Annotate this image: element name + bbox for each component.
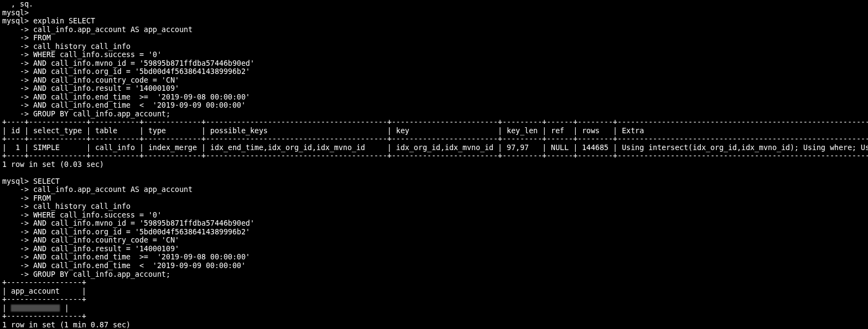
continuation-prompt: ->: [2, 33, 29, 42]
sql-line: AND call_info.org_id = '5bd00d4f56386414…: [33, 227, 250, 236]
continuation-prompt: ->: [2, 76, 29, 84]
table-border: +-----------------+: [2, 295, 86, 303]
continuation-prompt: ->: [2, 210, 29, 219]
sql-line: WHERE call_info.success = '0': [33, 210, 162, 219]
sql-line: call_history call_info: [33, 202, 131, 210]
sql-line: FROM: [33, 33, 51, 42]
table-border: +----+-------------+-----------+--------…: [2, 134, 868, 143]
sql-line: WHERE call_info.success = '0': [33, 50, 162, 59]
sql-line: AND call_info.mvno_id = '59895b871ffdba5…: [33, 59, 254, 67]
terminal-output[interactable]: , sq. mysql> mysql> explain SELECT -> ca…: [0, 0, 868, 329]
continuation-prompt: ->: [2, 194, 29, 202]
continuation-prompt: ->: [2, 202, 29, 210]
sql-line: AND call_info.org_id = '5bd00d4f56386414…: [33, 67, 250, 76]
continuation-prompt: ->: [2, 270, 29, 278]
continuation-prompt: ->: [2, 25, 29, 34]
table-border: +-----------------+: [2, 278, 86, 287]
continuation-prompt: ->: [2, 84, 29, 92]
continuation-prompt: ->: [2, 59, 29, 67]
result-footer: 1 row in set (1 min 0.87 sec): [2, 320, 131, 329]
sql-line: FROM: [33, 194, 51, 202]
table-row: | 1 | SIMPLE | call_info | index_merge |…: [2, 143, 868, 152]
sql-line: explain SELECT: [33, 16, 95, 25]
continuation-prompt: ->: [2, 219, 29, 227]
table-border: +----+-------------+-----------+--------…: [2, 151, 868, 160]
result-footer: 1 row in set (0.03 sec): [2, 160, 104, 169]
sql-line: AND call_info.result = '14000109': [33, 84, 179, 92]
table-row-suffix: |: [60, 303, 69, 312]
sql-line: SELECT: [33, 177, 60, 185]
sql-line: GROUP BY call_info.app_account;: [33, 109, 170, 118]
continuation-prompt: ->: [2, 50, 29, 59]
partial-line: , sq.: [2, 0, 42, 8]
sql-line: AND call_info.country_code = 'CN': [33, 235, 179, 244]
table-border: +-----------------+: [2, 312, 86, 320]
sql-line: AND call_info.end_time >= '2019-09-08 00…: [33, 92, 250, 101]
continuation-prompt: ->: [2, 227, 29, 236]
continuation-prompt: ->: [2, 92, 29, 101]
sql-line: call_info.app_account AS app_account: [33, 185, 193, 194]
sql-line: AND call_info.end_time >= '2019-09-08 00…: [33, 252, 250, 261]
table-border: +----+-------------+-----------+--------…: [2, 117, 868, 126]
sql-line: GROUP BY call_info.app_account;: [33, 270, 170, 278]
mysql-prompt: mysql>: [2, 177, 29, 185]
continuation-prompt: ->: [2, 235, 29, 244]
continuation-prompt: ->: [2, 261, 29, 270]
continuation-prompt: ->: [2, 185, 29, 194]
sql-line: call_info.app_account AS app_account: [33, 25, 193, 34]
sql-line: AND call_info.end_time < '2019-09-09 00:…: [33, 261, 246, 270]
continuation-prompt: ->: [2, 109, 29, 118]
mysql-prompt: mysql>: [2, 16, 29, 25]
continuation-prompt: ->: [2, 252, 29, 261]
mysql-prompt: mysql>: [2, 8, 29, 17]
table-header: | id | select_type | table | type | poss…: [2, 126, 868, 135]
sql-line: AND call_info.mvno_id = '59895b871ffdba5…: [33, 219, 254, 227]
continuation-prompt: ->: [2, 101, 29, 109]
table-row-prefix: |: [2, 303, 11, 312]
sql-line: call_history call_info: [33, 42, 131, 51]
table-header: | app_account |: [2, 287, 86, 295]
continuation-prompt: ->: [2, 42, 29, 51]
sql-line: AND call_info.result = '14000109': [33, 244, 179, 253]
redacted-value: [11, 305, 60, 312]
continuation-prompt: ->: [2, 67, 29, 76]
sql-line: AND call_info.end_time < '2019-09-09 00:…: [33, 101, 246, 109]
sql-line: AND call_info.country_code = 'CN': [33, 76, 179, 84]
continuation-prompt: ->: [2, 244, 29, 253]
